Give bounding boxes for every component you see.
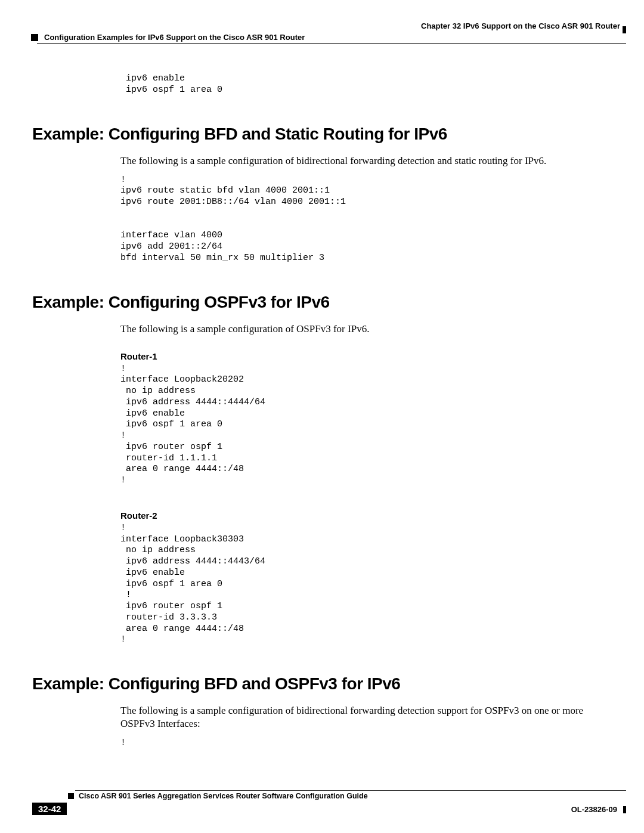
footer-guide-title: Cisco ASR 901 Series Aggregation Service… (79, 792, 368, 800)
code-router-2: ! interface Loopback30303 no ip address … (120, 523, 644, 646)
code-bfd-static: ! ipv6 route static bfd vlan 4000 2001::… (120, 175, 644, 264)
footer-rule (75, 790, 626, 791)
section-header-label: Configuration Examples for IPv6 Support … (44, 33, 305, 42)
page-footer: Cisco ASR 901 Series Aggregation Service… (0, 790, 644, 815)
intro-bfd-ospfv3: The following is a sample configuration … (120, 704, 620, 730)
section-marker-icon (31, 34, 38, 41)
footer-title-row: Cisco ASR 901 Series Aggregation Service… (0, 792, 644, 800)
footer-marker-icon (68, 793, 74, 799)
header-rule (37, 43, 626, 44)
code-router-1: ! interface Loopback20202 no ip address … (120, 364, 644, 487)
header-right-marker (623, 26, 626, 33)
heading-bfd-ospfv3: Example: Configuring BFD and OSPFv3 for … (32, 674, 644, 693)
intro-ospfv3: The following is a sample configuration … (120, 323, 620, 336)
code-bfd-ospfv3: ! (120, 738, 644, 749)
label-router-1: Router-1 (120, 351, 644, 361)
intro-bfd-static: The following is a sample configuration … (120, 154, 620, 168)
label-router-2: Router-2 (120, 510, 644, 521)
document-page: Chapter 32 IPv6 Support on the Cisco ASR… (0, 0, 644, 833)
document-id: OL-23826-09 (571, 805, 617, 814)
heading-bfd-static: Example: Configuring BFD and Static Rout… (32, 125, 644, 144)
heading-ospfv3: Example: Configuring OSPFv3 for IPv6 (32, 293, 644, 312)
running-header: Chapter 32 IPv6 Support on the Cisco ASR… (0, 21, 644, 30)
code-snippet-top: ipv6 enable ipv6 ospf 1 area 0 (120, 73, 644, 96)
page-number-badge: 32-42 (32, 803, 67, 815)
doc-id-bar-icon (623, 806, 626, 813)
footer-bottom-row: 32-42 OL-23826-09 (0, 803, 644, 815)
section-header-row: Configuration Examples for IPv6 Support … (0, 33, 644, 42)
